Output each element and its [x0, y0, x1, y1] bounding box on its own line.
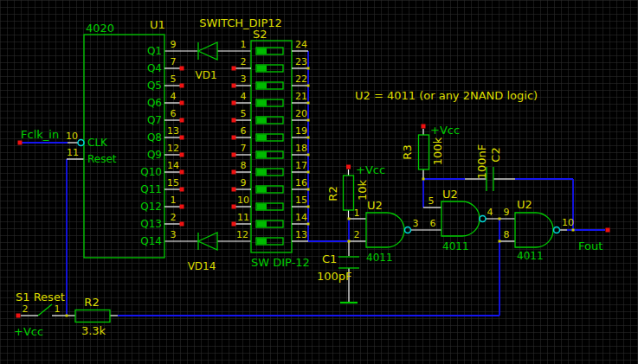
u1-ref-label: U1 [150, 18, 165, 31]
s2-switch-element[interactable] [256, 65, 283, 72]
s2-switch-element[interactable] [256, 203, 283, 210]
s2-right-pin-row[interactable]: 15 [292, 195, 308, 207]
vcc-terminal[interactable] [16, 314, 21, 318]
junction-dots [66, 178, 575, 317]
switch-slider[interactable] [257, 187, 267, 193]
switch-slider[interactable] [257, 169, 267, 176]
s2-left-pin-number: 7 [241, 143, 247, 154]
u1-output-row[interactable]: Q8 13 [147, 125, 184, 144]
component-c2[interactable]: 100nF C2 [475, 144, 502, 191]
u1-output-row[interactable]: Q4 7 [147, 56, 184, 74]
s2-right-pin-row[interactable]: 17 [292, 160, 308, 172]
s2-switch-element[interactable] [256, 238, 283, 245]
fclk-label: Fclk_in [21, 128, 59, 141]
s2-right-pin-row[interactable]: 21 [292, 91, 308, 103]
gate2-body[interactable] [441, 201, 480, 236]
s2-right-pin-row[interactable]: 22 [292, 73, 308, 86]
component-gate1[interactable]: U2 4011 1 2 3 [354, 199, 419, 264]
switch-slider[interactable] [257, 66, 267, 72]
s2-switch-element[interactable] [256, 117, 283, 124]
switch-slider[interactable] [257, 135, 267, 141]
vcc-terminal[interactable] [422, 125, 426, 129]
u1-output-pin: 4 [171, 91, 177, 102]
s2-left-pin-row[interactable]: 5 [232, 108, 252, 123]
s2-right-pin-row[interactable]: 24 [292, 39, 308, 51]
vd1-ref-label: VD1 [195, 69, 216, 81]
s2-left-pin-row[interactable]: 8 [232, 160, 252, 175]
s2-right-pin-row[interactable]: 23 [292, 56, 308, 68]
u1-clk-pin-number: 10 [66, 131, 78, 142]
s2-left-pin-row[interactable]: 9 [232, 177, 252, 192]
s2-switch-element[interactable] [256, 220, 283, 227]
r2-series-ref: R2 [84, 296, 99, 309]
u1-output-pin: 12 [167, 143, 179, 154]
component-c1[interactable]: C1 100pF [317, 252, 359, 303]
switch-slider[interactable] [257, 239, 267, 245]
u1-output-row[interactable]: Q6 4 [147, 91, 184, 109]
s1-pin-b-number: 1 [55, 303, 61, 315]
s2-left-pin-number: 8 [241, 160, 247, 171]
r3-body[interactable] [419, 135, 429, 169]
u1-output-row[interactable]: Q7 6 [147, 108, 184, 126]
s2-right-pin-row[interactable]: 13 [292, 229, 308, 241]
component-gate2[interactable]: U2 4011 5 6 4 [429, 188, 493, 252]
fclk-terminal[interactable] [18, 141, 23, 145]
u1-output-name: Q14 [140, 235, 162, 247]
u1-output-row[interactable]: Q12 1 [140, 195, 184, 213]
s2-left-pin-row[interactable]: 3 [232, 73, 252, 88]
s2-right-pin-row[interactable]: 19 [292, 125, 308, 137]
unconnected-pin-marker [180, 188, 184, 192]
switch-slider[interactable] [257, 100, 267, 106]
s2-switch-element[interactable] [256, 186, 283, 193]
component-vd14[interactable]: VD14 [188, 233, 217, 272]
gate1-body[interactable] [366, 213, 404, 247]
switch-slider[interactable] [257, 48, 267, 54]
s2-switch-element[interactable] [256, 82, 283, 89]
switch-slider[interactable] [257, 204, 267, 210]
component-r3[interactable]: +Vcc R3 100k [401, 124, 460, 169]
s2-switch-element[interactable] [256, 134, 283, 141]
gate2-part: 4011 [442, 240, 469, 252]
vd14-triangle[interactable] [198, 233, 217, 250]
switch-slider[interactable] [257, 152, 267, 158]
s2-switch-element[interactable] [256, 169, 283, 176]
s2-left-pin-row[interactable]: 2 [232, 56, 252, 71]
s2-left-pin-row[interactable]: 7 [232, 143, 252, 157]
s2-left-pin-row[interactable]: 11 [232, 212, 252, 227]
junction-dot [307, 67, 310, 70]
component-s1-reset[interactable]: S1 Reset 2 1 +Vcc [14, 291, 65, 338]
c2-value: 100nF [475, 144, 488, 180]
fout-terminal[interactable] [606, 228, 610, 233]
r2-series-body[interactable] [75, 310, 110, 322]
component-s2-dip12[interactable]: SWITCH_DIP12 S2 SW DIP-12 1 12 2 3 4 [199, 16, 310, 269]
u1-output-row[interactable]: Q11 15 [140, 177, 184, 195]
u1-output-row[interactable]: Q5 5 [147, 73, 184, 92]
s2-switch-element[interactable] [256, 48, 283, 54]
s2-right-pin-row[interactable]: 14 [292, 212, 308, 224]
component-vd1[interactable]: VD1 [195, 42, 217, 81]
u1-output-row[interactable]: Q10 14 [140, 160, 184, 178]
component-u1-4020[interactable]: 4020 U1 10 CLK 11 Reset Q1 9 Q14 3 Q4 7 … [66, 18, 184, 258]
component-r2-series[interactable]: R2 3.3k [75, 296, 110, 337]
u1-output-row[interactable]: Q9 12 [147, 143, 184, 161]
port-fout[interactable]: Fout [578, 228, 610, 253]
s2-right-pin-row[interactable]: 16 [292, 177, 308, 189]
s2-left-pin-row[interactable]: 10 [232, 195, 252, 209]
switch-slider[interactable] [257, 83, 267, 89]
s2-right-pin-row[interactable]: 18 [292, 143, 308, 155]
switch-slider[interactable] [257, 118, 267, 124]
gate3-body[interactable] [515, 213, 553, 247]
s2-left-pin-number: 4 [241, 91, 247, 102]
vcc-terminal[interactable] [346, 165, 351, 169]
r2-pullup-body[interactable] [344, 176, 354, 210]
vd1-triangle[interactable] [198, 42, 217, 60]
s1-lever[interactable] [38, 304, 52, 316]
s2-left-pin-row[interactable]: 6 [232, 125, 252, 140]
fout-label: Fout [578, 239, 603, 252]
s2-right-pin-row[interactable]: 20 [292, 108, 308, 120]
u1-output-row[interactable]: Q13 2 [140, 212, 184, 230]
s2-left-pin-row[interactable]: 4 [232, 91, 252, 105]
s2-switch-element[interactable] [256, 99, 283, 106]
switch-slider[interactable] [257, 221, 267, 227]
s2-switch-element[interactable] [256, 151, 283, 158]
